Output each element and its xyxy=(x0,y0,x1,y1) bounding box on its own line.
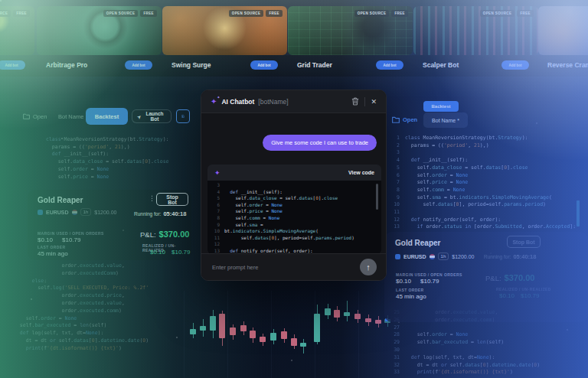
user-message-bubble: Give me some code I can use to trade xyxy=(263,135,377,151)
floppy-icon xyxy=(181,112,185,120)
add-bot-button[interactable]: Add bot xyxy=(125,60,152,70)
last-order-label: LAST ORDER xyxy=(38,245,66,249)
unrealized-value: $10.79 xyxy=(521,292,539,299)
open-button[interactable]: Open xyxy=(392,116,417,123)
last-order-label: LAST ORDER xyxy=(396,288,424,292)
margin-value: $0.10 xyxy=(396,278,411,285)
amount-label: $1200.00 xyxy=(452,254,474,259)
bot-name-label: Reverse Cramer xyxy=(547,61,588,69)
bot-card-image[interactable]: OPEN SOURCEFREE xyxy=(37,6,162,55)
free-badge: FREE xyxy=(266,10,283,17)
pnl-row: P&L:$370.00 xyxy=(485,273,534,282)
margin-label: MARGIN USED / OPEN ORDERS xyxy=(38,231,104,236)
running-for: Running for:05:40:18 xyxy=(134,210,186,217)
free-badge: FREE xyxy=(391,10,408,17)
margin-value: $0.10 xyxy=(38,236,53,243)
modal-header: ✦✦ AI Chatbot [botName] ✕ xyxy=(201,90,386,113)
pnl-row: P&L:$370.00 xyxy=(140,230,189,239)
launch-bot-label: Launch Bot xyxy=(143,111,166,122)
realized-value: $0.10 xyxy=(150,249,165,256)
stop-bot-button[interactable]: Stop Bot xyxy=(156,193,188,206)
open-label[interactable]: Open xyxy=(33,113,47,120)
left-code-editor-lower[interactable]: order.executed.value, order.executedComm… xyxy=(14,262,149,353)
add-bot-button[interactable]: Add bot xyxy=(250,60,278,70)
bot-panel-title: Gold Reaper xyxy=(395,239,440,247)
modal-subtitle: [botName] xyxy=(258,98,288,106)
open-orders-value: $10.79 xyxy=(420,278,439,285)
bot-card-image[interactable]: OPEN SOURCEFREE xyxy=(413,6,538,55)
tab-bot-name[interactable]: Bot Name * xyxy=(423,112,468,128)
bot-status-panel-right: Gold Reaper EURUSD 1h $1200.00 MARGIN US… xyxy=(384,232,588,322)
bot-name-label: Swing Surge xyxy=(172,61,211,69)
delete-chat-button[interactable] xyxy=(351,97,359,106)
pnl-value: $370.00 xyxy=(505,273,535,282)
left-editor-toolbar: Open Bot Name Backtest ➤ Launch Bot xyxy=(0,106,199,129)
amount-label: $1200.00 xyxy=(94,210,116,215)
bot-name-label: Grid Trader xyxy=(297,61,332,69)
ai-sparkle-icon: ✦ xyxy=(214,169,220,177)
candlestick-chart xyxy=(184,291,402,378)
open-orders-value: $10.79 xyxy=(62,236,80,243)
running-value: 05:40:18 xyxy=(163,210,186,217)
backtest-button[interactable]: Backtest xyxy=(423,101,459,112)
us-flag-icon xyxy=(72,210,77,215)
open-source-badge: OPEN SOURCE xyxy=(103,10,139,17)
free-badge: FREE xyxy=(517,10,534,17)
realized-value: $0.10 xyxy=(499,292,514,299)
bot-status-panel-left: Gold Reaper EURUSD 1h $1200.00 ⋮ Stop Bo… xyxy=(28,190,191,260)
pnl-value: $370.00 xyxy=(159,230,190,239)
bot-name-label: Scalper Bot xyxy=(423,61,459,69)
pair-label: EURUSD xyxy=(46,210,69,215)
save-button[interactable] xyxy=(176,109,190,123)
bot-name-label: Arbitrage Pro xyxy=(46,61,87,69)
card-image-art xyxy=(538,6,588,55)
free-badge: FREE xyxy=(140,10,157,17)
pair-color-chip xyxy=(38,210,43,215)
us-flag-icon xyxy=(430,254,435,259)
bot-card-row: OPEN SOURCEFREE OPEN SOURCEFREE OPEN SOU… xyxy=(0,0,588,77)
right-code-editor[interactable]: 1class MeanReversionStrategy(bt.Strategy… xyxy=(389,135,576,231)
last-order-value: 45 min ago xyxy=(396,293,426,300)
sparkle-icon: ✦✦ xyxy=(211,98,217,106)
bot-name-field[interactable]: Bot Name xyxy=(58,113,83,120)
realized-label: REALIZED / UN-REALIZED xyxy=(496,287,551,292)
launch-bot-button[interactable]: ➤ Launch Bot xyxy=(132,109,172,123)
modal-code-block[interactable]: 34 def __init__(self):5 self.data_close … xyxy=(207,181,381,254)
send-button[interactable]: ↑ xyxy=(360,259,377,275)
add-bot-button[interactable]: Add bot xyxy=(376,60,403,70)
open-source-badge: OPEN SOURCE xyxy=(354,10,390,17)
trash-icon xyxy=(351,97,359,106)
open-source-badge: OPEN SOURCE xyxy=(0,10,11,17)
code-scrollbar[interactable] xyxy=(376,184,378,210)
more-menu-icon[interactable]: ⋮ xyxy=(149,194,155,202)
right-editor-toolbar: Backtest Open Bot Name * xyxy=(383,98,588,130)
ai-response-header: ✦ View code xyxy=(207,165,381,181)
stop-bot-button[interactable]: Stop Bot xyxy=(507,236,541,248)
modal-title: AI Chatbot xyxy=(221,98,254,106)
left-code-editor[interactable]: class MeanReversionStrategy(bt.Strategy)… xyxy=(46,136,169,181)
unrealized-value: $10.79 xyxy=(172,249,190,256)
prompt-input[interactable] xyxy=(211,263,360,272)
running-for: Running for:05:40:18 xyxy=(484,253,536,260)
bot-card-image[interactable]: OPEN SOURCEFREE xyxy=(288,6,413,55)
bot-card-image[interactable]: OPEN SOURCEFREE xyxy=(162,6,287,55)
add-bot-button[interactable]: Add bot xyxy=(0,60,25,70)
folder-icon xyxy=(392,116,400,123)
app-root: OPEN SOURCEFREE OPEN SOURCEFREE OPEN SOU… xyxy=(0,0,588,378)
open-source-badge: OPEN SOURCE xyxy=(480,10,515,17)
folder-icon xyxy=(23,113,30,119)
bot-panel-title: Gold Reaper xyxy=(38,196,83,204)
timeframe-badge: 1h xyxy=(438,253,449,260)
view-code-button[interactable]: View code xyxy=(348,170,374,175)
backtest-button[interactable]: Backtest xyxy=(86,108,128,125)
bot-card-image[interactable] xyxy=(538,6,588,55)
open-source-badge: OPEN SOURCE xyxy=(229,10,264,17)
bot-card-image[interactable]: OPEN SOURCEFREE xyxy=(0,6,34,55)
add-bot-button[interactable]: Add bot xyxy=(501,60,529,70)
timeframe-badge: 1h xyxy=(80,208,92,216)
free-badge: FREE xyxy=(13,10,30,17)
last-order-value: 45 min ago xyxy=(38,250,68,257)
modal-footer: ↑ xyxy=(201,253,386,280)
margin-label: MARGIN USED / OPEN ORDERS xyxy=(396,272,462,277)
close-button[interactable]: ✕ xyxy=(371,98,377,106)
